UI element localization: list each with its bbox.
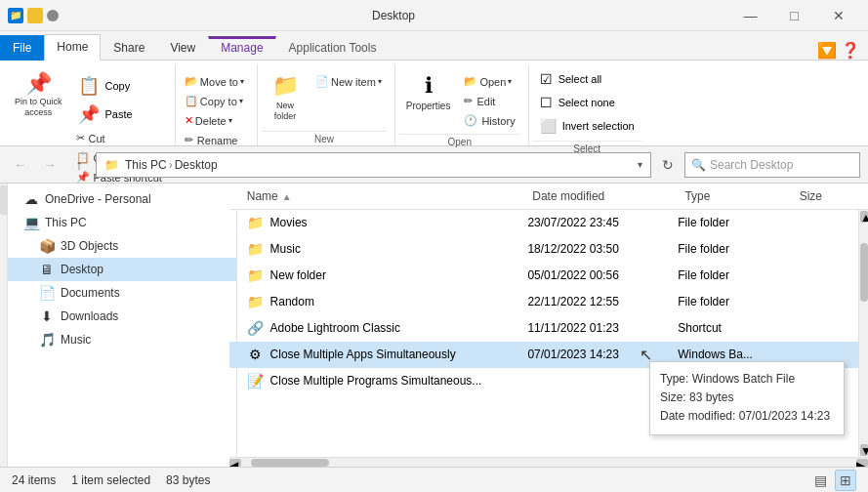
tab-manage[interactable]: Manage xyxy=(208,36,275,61)
cut-button[interactable]: ✂ Cut xyxy=(71,129,167,147)
col-header-size[interactable]: Size xyxy=(792,187,868,205)
scroll-thumb[interactable] xyxy=(860,243,868,302)
select-none-icon: ☐ xyxy=(540,95,553,110)
properties-button[interactable]: ℹ Properties xyxy=(399,68,458,127)
file-name-cell: 📝 Close Multiple Programs Simultaneous..… xyxy=(239,371,520,390)
file-type: Shortcut xyxy=(670,319,783,337)
clipboard-group: 📌 Pin to Quickaccess 📋 Copy 📌 Paste ✂ Cu… xyxy=(4,64,176,145)
maximize-button[interactable]: □ xyxy=(772,0,816,31)
back-button[interactable]: ← xyxy=(8,152,33,178)
rename-button[interactable]: ✏ Rename xyxy=(180,131,249,149)
file-date: 18/12/2022 03:50 xyxy=(519,240,670,258)
tab-share[interactable]: Share xyxy=(101,35,157,61)
sidebar-item-desktop[interactable]: 🖥 Desktop xyxy=(8,258,236,281)
status-bar: 24 items 1 item selected 83 bytes ▤ ⊞ xyxy=(0,467,868,492)
scroll-left-arrow[interactable]: ◀ xyxy=(229,459,241,467)
vertical-scrollbar[interactable]: ▲ ▼ xyxy=(858,210,868,457)
open-button[interactable]: 📂 Open ▾ xyxy=(459,72,519,91)
tab-application-tools[interactable]: Application Tools xyxy=(276,35,390,61)
sidebar-item-documents[interactable]: 📄 Documents xyxy=(8,281,236,305)
new-folder-button[interactable]: 📁 Newfolder xyxy=(262,68,309,127)
documents-label: Documents xyxy=(61,286,120,300)
col-header-name[interactable]: Name ▲ xyxy=(239,187,525,205)
new-item-button[interactable]: 📄 New item ▾ xyxy=(310,72,387,91)
folder-icon: 📁 xyxy=(247,294,265,309)
table-row[interactable]: 📁 Movies 23/07/2022 23:45 File folder xyxy=(229,210,858,236)
new-item-icon: 📄 xyxy=(315,75,329,88)
edit-button[interactable]: ✏ Edit xyxy=(459,92,519,110)
onedrive-icon: ☁ xyxy=(23,191,39,207)
col-header-date[interactable]: Date modified xyxy=(524,187,677,205)
file-area-wrapper: Name ▲ Date modified Type Size 📁 Movies … xyxy=(229,184,868,467)
item-count: 24 items xyxy=(12,473,56,487)
organize-group: 📂 Move to ▾ 📋 Copy to ▾ ✕ Delete ▾ ✏ Ren… xyxy=(176,64,258,145)
sidebar-wrapper: ☁ OneDrive - Personal 💻 This PC 📦 3D Obj… xyxy=(0,184,229,467)
sidebar-item-this-pc[interactable]: 💻 This PC xyxy=(8,211,236,234)
file-name-cell: 📁 Music xyxy=(239,239,520,259)
sidebar-item-music[interactable]: 🎵 Music xyxy=(8,328,236,351)
table-row[interactable]: 📁 Music 18/12/2022 03:50 File folder xyxy=(229,236,858,263)
open-group: ℹ Properties 📂 Open ▾ ✏ Edit 🕐 History xyxy=(395,64,529,145)
copy-to-button[interactable]: 📋 Copy to ▾ xyxy=(180,92,249,110)
file-type: File folder xyxy=(670,214,783,231)
history-icon: 🕐 xyxy=(464,114,477,127)
tab-view[interactable]: View xyxy=(157,35,208,61)
select-none-button[interactable]: ☐ Select none xyxy=(533,92,641,113)
up-button[interactable]: ↑ xyxy=(66,152,92,178)
path-this-pc[interactable]: This PC xyxy=(125,158,167,172)
file-size xyxy=(783,352,858,356)
select-group: ☑ Select all ☐ Select none ⬜ Invert sele… xyxy=(529,64,649,145)
paste-button[interactable]: 📌 Paste xyxy=(71,101,167,128)
select-all-button[interactable]: ☑ Select all xyxy=(533,68,641,90)
title-bar-icons: 📁 xyxy=(8,8,59,23)
forward-button[interactable]: → xyxy=(37,152,62,178)
new-item-arrow: ▾ xyxy=(378,77,382,86)
tab-home[interactable]: Home xyxy=(44,34,101,61)
organize-btns: 📂 Move to ▾ 📋 Copy to ▾ ✕ Delete ▾ ✏ Ren… xyxy=(180,68,249,149)
new-folder-icon: 📁 xyxy=(272,73,299,99)
invert-selection-label: Invert selection xyxy=(562,120,635,132)
horizontal-scrollbar[interactable]: ◀ ▶ xyxy=(229,457,868,467)
h-scroll-thumb[interactable] xyxy=(251,459,329,467)
scroll-up-arrow[interactable]: ▲ xyxy=(860,211,868,223)
table-row[interactable]: 🔗 Adobe Lightroom Classic 11/11/2022 01:… xyxy=(229,315,858,342)
sidebar: ☁ OneDrive - Personal 💻 This PC 📦 3D Obj… xyxy=(8,184,237,467)
details-view-button[interactable]: ▤ xyxy=(809,470,831,491)
table-row[interactable]: 📁 Random 22/11/2022 12:55 File folder xyxy=(229,289,858,315)
refresh-button[interactable]: ↻ xyxy=(655,152,681,178)
open-label: Open xyxy=(399,134,520,150)
open-content: ℹ Properties 📂 Open ▾ ✏ Edit 🕐 History xyxy=(399,64,520,134)
invert-selection-button[interactable]: ⬜ Invert selection xyxy=(533,115,641,137)
file-size xyxy=(783,273,858,277)
delete-icon: ✕ xyxy=(185,114,193,127)
search-box[interactable]: 🔍 Search Desktop xyxy=(684,152,860,178)
tab-file[interactable]: File xyxy=(0,35,44,61)
col-header-type[interactable]: Type xyxy=(677,187,791,205)
file-type: File folder xyxy=(670,266,783,284)
music-label: Music xyxy=(61,333,91,347)
delete-button[interactable]: ✕ Delete ▾ xyxy=(180,111,249,130)
history-button[interactable]: 🕐 History xyxy=(459,111,519,130)
edit-label: Edit xyxy=(476,96,495,107)
large-icons-view-button[interactable]: ⊞ xyxy=(835,470,856,491)
sidebar-item-3d-objects[interactable]: 📦 3D Objects xyxy=(8,234,236,258)
sidebar-item-onedrive[interactable]: ☁ OneDrive - Personal xyxy=(8,187,236,211)
folder-icon: 📁 xyxy=(247,241,265,257)
path-dropdown-arrow[interactable]: ▾ xyxy=(638,159,642,170)
file-name: Adobe Lightroom Classic xyxy=(270,321,400,335)
minimize-button[interactable]: — xyxy=(728,0,772,31)
sidebar-item-downloads[interactable]: ⬇ Downloads xyxy=(8,305,236,328)
copy-button[interactable]: 📋 Copy xyxy=(71,72,167,100)
ribbon-help-btn[interactable]: 🔽 ❓ xyxy=(809,41,868,60)
address-path[interactable]: 📁 This PC › Desktop ▾ xyxy=(96,152,651,178)
scroll-right-arrow[interactable]: ▶ xyxy=(856,459,868,467)
scroll-down-arrow[interactable]: ▼ xyxy=(860,444,868,456)
pin-to-quick-access-button[interactable]: 📌 Pin to Quickaccess xyxy=(8,68,69,127)
file-name-cell: 📁 Movies xyxy=(239,213,520,232)
table-row[interactable]: 📁 New folder 05/01/2022 00:56 File folde… xyxy=(229,263,858,289)
close-button[interactable]: ✕ xyxy=(816,0,860,31)
path-desktop[interactable]: Desktop xyxy=(175,158,218,172)
paste-icon: 📌 xyxy=(78,103,100,125)
table-row[interactable]: ⚙ Close Multiple Apps Simultaneously 07/… xyxy=(229,342,858,368)
move-to-button[interactable]: 📂 Move to ▾ xyxy=(180,72,249,91)
